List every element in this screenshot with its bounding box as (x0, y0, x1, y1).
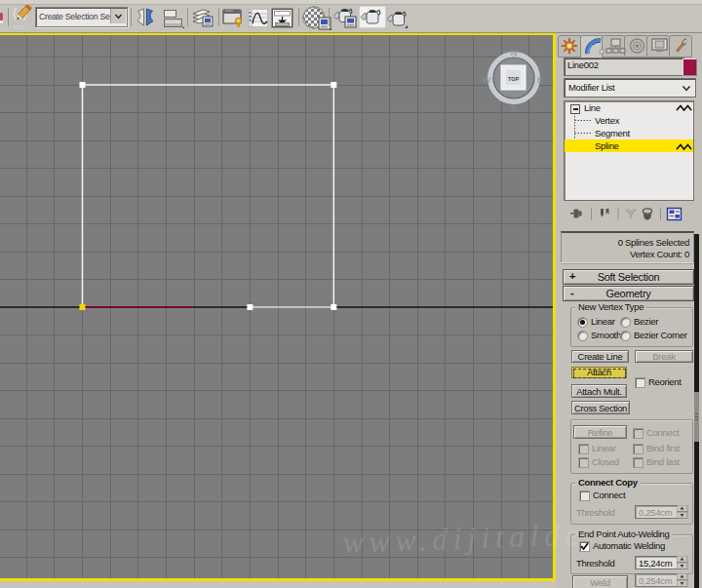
svg-text:ABC: ABC (14, 24, 25, 30)
svg-text:W: W (483, 74, 491, 85)
svg-text:TOP: TOP (508, 76, 520, 82)
svg-text:S: S (511, 102, 517, 113)
svg-text:E: E (537, 74, 543, 85)
svg-text:N: N (511, 47, 518, 58)
